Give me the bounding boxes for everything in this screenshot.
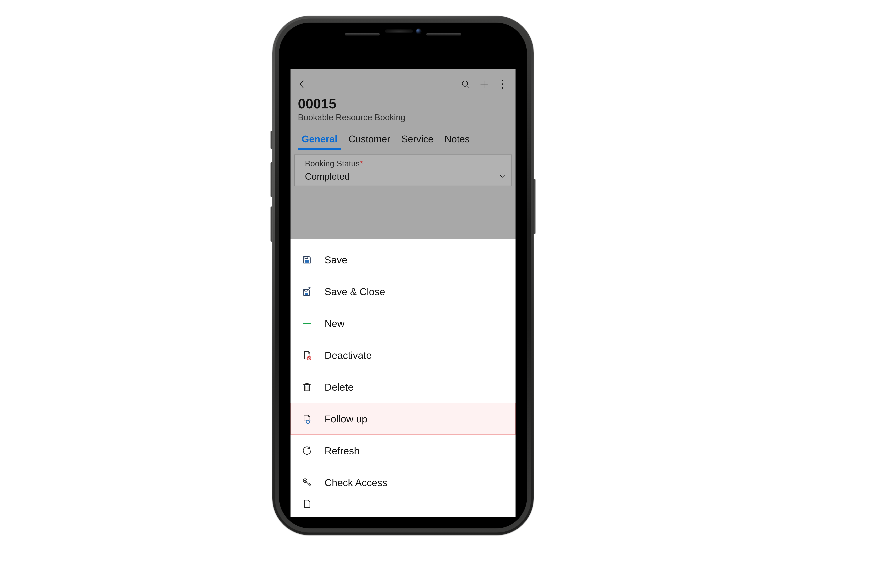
- menu-check-access[interactable]: Check Access: [291, 466, 516, 498]
- new-button[interactable]: [477, 78, 491, 91]
- menu-item-label: Save: [325, 254, 347, 266]
- menu-save-close[interactable]: Save & Close: [291, 276, 516, 308]
- search-icon: [461, 80, 470, 89]
- tab-general[interactable]: General: [296, 130, 343, 150]
- command-menu: Save Save & Close: [291, 239, 516, 510]
- menu-refresh[interactable]: Refresh: [291, 435, 516, 466]
- booking-status-field[interactable]: Booking Status* Completed: [294, 154, 512, 186]
- svg-point-7: [304, 480, 306, 482]
- save-icon: [300, 255, 313, 265]
- phone-volume-down: [271, 207, 273, 242]
- document-icon: [300, 499, 313, 509]
- delete-icon: [300, 382, 313, 392]
- menu-item-label: New: [325, 318, 345, 329]
- phone-speaker-slit: [426, 33, 461, 36]
- svg-rect-4: [305, 293, 308, 295]
- chevron-left-icon: [297, 80, 307, 89]
- phone-volume-up: [271, 162, 273, 197]
- field-value: Completed: [305, 171, 499, 182]
- svg-point-0: [462, 81, 468, 86]
- follow-up-icon: [300, 414, 313, 424]
- phone-power-button: [533, 179, 535, 234]
- form-tabs: General Customer Service Notes: [291, 128, 516, 150]
- tab-notes[interactable]: Notes: [439, 130, 475, 150]
- menu-item-label: Follow up: [325, 413, 367, 424]
- app-screen: 00015 Bookable Resource Booking General …: [291, 69, 516, 517]
- svg-rect-1: [305, 256, 308, 258]
- deactivate-icon: [300, 350, 313, 360]
- field-label: Booking Status*: [305, 159, 506, 168]
- record-subtitle: Bookable Resource Booking: [291, 112, 516, 128]
- phone-frame: 00015 Bookable Resource Booking General …: [272, 16, 534, 535]
- save-close-icon: [300, 286, 313, 297]
- record-title: 00015: [291, 96, 516, 112]
- chevron-down-icon: [499, 172, 506, 180]
- phone-side-button: [271, 130, 273, 149]
- phone-speaker-slit: [345, 33, 380, 36]
- more-vertical-icon: [499, 80, 506, 88]
- menu-item-label: Delete: [325, 381, 354, 393]
- menu-save[interactable]: Save: [291, 244, 516, 276]
- menu-delete[interactable]: Delete: [291, 371, 516, 403]
- refresh-icon: [300, 446, 313, 456]
- menu-item-label: Save & Close: [325, 286, 385, 297]
- tab-customer[interactable]: Customer: [343, 130, 396, 150]
- plus-icon: [480, 80, 489, 89]
- check-access-icon: [300, 477, 313, 488]
- phone-front-camera: [416, 29, 421, 34]
- command-bar-sheet: Save Save & Close: [291, 239, 516, 517]
- svg-rect-3: [305, 290, 307, 291]
- record-form-dimmed: 00015 Bookable Resource Booking General …: [291, 69, 516, 239]
- tab-service[interactable]: Service: [396, 130, 439, 150]
- menu-deactivate[interactable]: Deactivate: [291, 339, 516, 371]
- required-indicator-icon: *: [360, 159, 363, 168]
- menu-new[interactable]: New: [291, 308, 516, 339]
- menu-follow-up[interactable]: Follow up: [291, 403, 516, 435]
- plus-icon: [300, 318, 313, 328]
- menu-item-label: Check Access: [325, 477, 387, 488]
- back-button[interactable]: [295, 78, 309, 91]
- phone-earpiece: [385, 29, 413, 33]
- menu-item-label: Deactivate: [325, 350, 372, 361]
- menu-item-truncated[interactable]: [291, 498, 516, 510]
- menu-item-label: Refresh: [325, 445, 360, 456]
- search-button[interactable]: [459, 78, 472, 91]
- more-button[interactable]: [496, 78, 509, 91]
- svg-rect-2: [305, 260, 309, 263]
